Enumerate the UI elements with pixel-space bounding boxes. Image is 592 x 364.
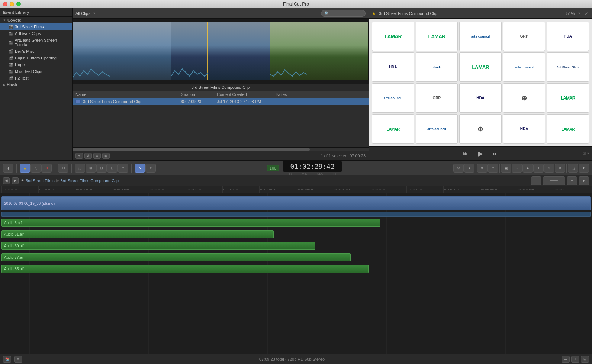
sidebar-item-misc-test-clips[interactable]: 🎬 Misc Test Clips — [0, 68, 72, 75]
video-button[interactable]: ▶ — [522, 164, 533, 173]
sidebar-item-artbeats-green-screen[interactable]: 🎬 ArtBeats Green Screen Tutorial — [0, 37, 72, 48]
preview-settings-button[interactable]: ▾ — [587, 151, 589, 155]
logo-lamar-3: LAMAR — [459, 52, 502, 82]
column-header-content-created[interactable]: Content Created — [214, 92, 273, 97]
sidebar-item-artbeats-clips[interactable]: 🎬 ArtBeats Clips — [0, 30, 72, 37]
preview-zoom[interactable]: 54% — [566, 11, 575, 16]
browser-scrollbar[interactable] — [73, 147, 369, 151]
transform-button[interactable]: ↺ — [477, 164, 488, 173]
clip-list-toggle[interactable]: ≡ — [93, 153, 101, 159]
preview-controls: ⏮ ▶ ⏭ ⊡ ▾ — [369, 146, 592, 160]
timeline-back-button[interactable]: ◀ — [3, 177, 10, 184]
audio-clip-3[interactable]: Audio 77.aif — [1, 253, 351, 261]
timeline-tracks[interactable]: 2010-07-03 06_19_36 (id).mov Audio 5.aif… — [0, 193, 592, 354]
clip-name: 3rd Street Films Compound Clip — [83, 99, 141, 104]
sidebar-item-cajun-cutters[interactable]: 🎬 Cajun Cutters Opening — [0, 55, 72, 61]
text-button[interactable]: T — [533, 164, 544, 173]
timeline-zoom-out[interactable]: — — [531, 176, 541, 185]
close-button[interactable] — [3, 2, 7, 6]
column-header-duration[interactable]: Duration — [177, 92, 214, 97]
timeline-fit-button[interactable]: ⊞ — [581, 356, 589, 363]
window-controls[interactable] — [3, 2, 21, 6]
event-library-toggle[interactable]: 📚 — [3, 356, 11, 363]
sidebar-item-bens-misc[interactable]: 🎬 Ben's Misc — [0, 48, 72, 55]
audio-clip-1[interactable]: Audio 61.aif — [1, 230, 274, 238]
timeline-index-toggle[interactable]: ≡ — [14, 356, 22, 363]
ruler-mark-7: 01:03:30:00 — [259, 186, 296, 193]
browser-search-input[interactable] — [321, 10, 366, 17]
clip-grid-toggle[interactable]: ▦ — [102, 153, 110, 159]
audio-button[interactable]: ♪ — [512, 164, 522, 173]
favorite-button[interactable]: ★ — [20, 164, 30, 173]
select-tool-button[interactable]: ↖ — [135, 164, 145, 173]
maximize-button[interactable] — [16, 2, 21, 6]
column-header-notes[interactable]: Notes — [273, 92, 369, 97]
add-clip-button[interactable]: + — [75, 153, 83, 159]
clip-list: 3rd Street Films Compound Clip 00:07:09:… — [73, 98, 369, 147]
preview-right-controls: ⊡ ▾ — [583, 151, 589, 155]
logo-lamar-2: LAMAR — [416, 22, 458, 51]
breadcrumb-event[interactable]: 3rd Street Films — [26, 178, 55, 183]
append-dropdown[interactable]: ▾ — [118, 164, 128, 173]
timeline-zoom-slider[interactable]: ━━━━ — [543, 176, 565, 185]
overwrite-button[interactable]: ⊟ — [107, 164, 118, 173]
preview-fastforward-button[interactable]: ⏭ — [491, 149, 500, 158]
preview-play-button[interactable]: ▶ — [476, 149, 485, 158]
clip-list-header: Name Duration Content Created Notes — [73, 91, 369, 98]
effect-settings-dropdown[interactable]: ▾ — [464, 164, 474, 173]
top-section: Event Library ▼ Coyote 🎬 3rd Street Film… — [0, 8, 592, 161]
transform-dropdown[interactable]: ▾ — [488, 164, 498, 173]
select-dropdown[interactable]: ▾ — [145, 164, 156, 173]
breadcrumb-clip[interactable]: 3rd Street Films Compound Clip — [61, 178, 119, 183]
append-button[interactable]: ⊡ — [96, 164, 107, 173]
preview-display-toggle[interactable]: ⊡ — [583, 151, 586, 155]
settings-button[interactable]: ⚙ — [84, 153, 92, 159]
audio-track-1: Audio 61.aif — [0, 229, 592, 240]
effect-settings-button[interactable]: ⚙ — [453, 164, 464, 173]
ruler-mark-13: 01:06:30:00 — [480, 186, 517, 193]
blade-button[interactable]: ✂ — [58, 164, 68, 173]
export-button[interactable]: ⬆ — [579, 164, 589, 173]
fullscreen-button[interactable]: ⤢ — [585, 10, 589, 16]
bottom-bar: 📚 ≡ 07:09:23 total · 720p HD 60p Stereo … — [0, 354, 592, 364]
breadcrumb: ★ 3rd Street Films ▶ 3rd Street Films Co… — [21, 178, 119, 183]
unfavorite-button[interactable]: ☆ — [30, 164, 41, 173]
timeline-ruler: 01:00:00:00 01:00:30:00 01:01:00:00 01:0… — [0, 186, 592, 193]
sidebar-item-3rd-street-films[interactable]: 🎬 3rd Street Films — [0, 23, 72, 30]
audio-clip-name-4: Audio 85.aif — [4, 267, 24, 271]
column-header-name[interactable]: Name — [73, 92, 177, 97]
logo-arts-4: arts council — [416, 114, 458, 144]
clip-appearance-button[interactable]: ▣ — [501, 164, 511, 173]
zoom-out-button[interactable]: — — [562, 356, 570, 363]
generator-button[interactable]: ⊕ — [544, 164, 554, 173]
audio-clip-0[interactable]: Audio 5.aif — [1, 219, 380, 227]
audio-track-3: Audio 77.aif — [0, 252, 592, 263]
filter-dropdown-icon[interactable]: ▾ — [93, 11, 95, 15]
sidebar-item-hope[interactable]: 🎬 Hope — [0, 61, 72, 68]
sidebar-item-coyote[interactable]: ▼ Coyote — [0, 17, 72, 23]
zoom-in-button[interactable]: + — [571, 356, 579, 363]
clip-row-0[interactable]: 3rd Street Films Compound Clip 00:07:09:… — [73, 98, 369, 105]
zoom-dropdown-icon[interactable]: ▾ — [578, 11, 580, 15]
star-rating-icon[interactable]: ★ — [372, 11, 376, 16]
audio-clip-2[interactable]: Audio 69.aif — [1, 242, 315, 250]
timeline-zoom-in[interactable]: + — [567, 176, 577, 185]
preview-rewind-button[interactable]: ⏮ — [461, 149, 470, 158]
scrollbar-thumb[interactable] — [73, 148, 310, 151]
connect-button[interactable]: ⬚ — [75, 164, 85, 173]
video-clip[interactable]: 2010-07-03 06_19_36 (id).mov — [1, 196, 591, 210]
minimize-button[interactable] — [10, 2, 14, 6]
audio-clip-4[interactable]: Audio 85.aif — [1, 265, 369, 273]
transition-button[interactable]: ⊗ — [555, 164, 565, 173]
reject-button[interactable]: ✕ — [41, 164, 52, 173]
compare-button[interactable]: ⬚ — [568, 164, 578, 173]
sidebar-item-hawk[interactable]: ▶ Hawk — [0, 81, 72, 88]
timeline-forward-button[interactable]: ▶ — [12, 177, 19, 184]
toolbar-separator-3 — [71, 164, 72, 173]
timeline-overflow-right[interactable]: ▶ — [579, 176, 589, 185]
timecode-display: 01:02:29:42 — [283, 161, 342, 172]
insert-button[interactable]: ⊞ — [86, 164, 96, 173]
import-button[interactable]: ⬇ — [3, 164, 13, 173]
sidebar-item-p2-test[interactable]: 🎬 P2 Test — [0, 75, 72, 81]
event-icon: 🎬 — [8, 25, 13, 29]
